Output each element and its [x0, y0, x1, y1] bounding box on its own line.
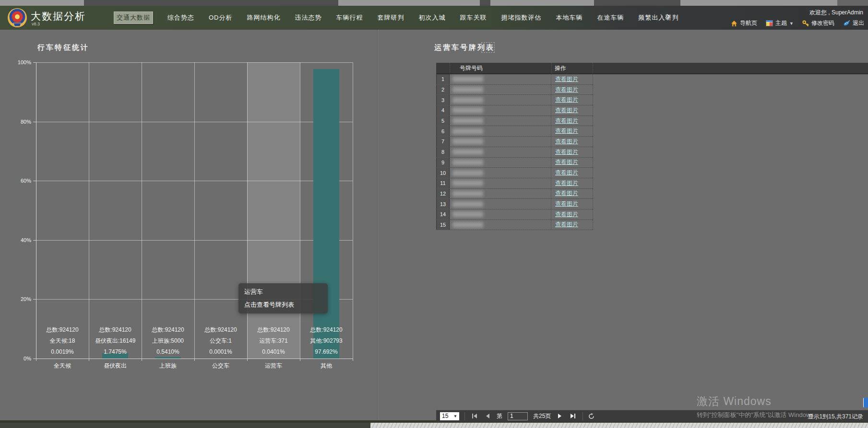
chart-panel-title: 行车特征统计	[37, 43, 89, 52]
table-row: 13查看图片	[436, 199, 593, 209]
view-image-link[interactable]: 查看图片	[555, 86, 578, 94]
view-image-link[interactable]: 查看图片	[555, 117, 578, 125]
plate-cell	[450, 95, 551, 105]
quick-link-home[interactable]: 导航页	[731, 19, 757, 27]
value-label: 总数:924120	[300, 324, 353, 335]
value-label: 总数:924120	[142, 324, 194, 335]
value-label: 昼伏夜出:16149	[89, 335, 142, 347]
gridline	[194, 62, 195, 359]
value-label: 0.0401%	[247, 347, 300, 358]
nav-item-5[interactable]: 违法态势	[295, 13, 322, 22]
x-axis-category-label: 运营车	[247, 362, 300, 370]
plate-cell	[450, 158, 551, 168]
redacted-plate	[452, 139, 483, 144]
quick-link-key[interactable]: 修改密码	[802, 19, 834, 27]
x-axis-category-label: 上班族	[142, 362, 194, 370]
last-page-button[interactable]	[569, 414, 577, 418]
table-row: 4查看图片	[436, 105, 593, 116]
browser-artifact-strip	[0, 0, 868, 6]
footer-left-strip	[0, 423, 370, 428]
refresh-button[interactable]	[588, 413, 595, 419]
x-tick	[142, 359, 142, 361]
nav-item-4[interactable]: 路网结构化	[247, 13, 281, 22]
nav-item-9[interactable]: 跟车关联	[460, 13, 487, 22]
page-size-value: 15	[442, 413, 448, 419]
redacted-plate	[452, 76, 483, 82]
tooltip-text: 点击查看号牌列表	[244, 301, 322, 309]
browser-notification-icon[interactable]	[863, 398, 868, 407]
view-image-link[interactable]: 查看图片	[555, 148, 578, 156]
x-tick	[353, 359, 353, 361]
next-page-button[interactable]	[556, 414, 563, 418]
view-image-link[interactable]: 查看图片	[555, 210, 578, 219]
x-axis-category-label: 公交车	[194, 362, 247, 370]
plate-cell	[450, 189, 551, 199]
plate-table-body: 1查看图片2查看图片3查看图片4查看图片5查看图片6查看图片7查看图片8查看图片…	[436, 74, 593, 230]
row-index: 2	[436, 85, 450, 95]
redacted-plate	[452, 191, 483, 197]
value-label: 运营车:371	[247, 335, 300, 347]
view-image-link[interactable]: 查看图片	[555, 106, 578, 115]
footer-right-strip	[370, 423, 868, 428]
prev-page-button[interactable]	[484, 414, 491, 418]
row-index: 5	[436, 116, 450, 126]
table-row: 8查看图片	[436, 147, 593, 158]
nav-item-7[interactable]: 套牌研判	[378, 13, 404, 22]
quick-link-theme[interactable]: 主题▼	[766, 19, 794, 27]
nav-item-11[interactable]: 本地车辆	[556, 13, 583, 22]
nav-more-chevron-icon[interactable]: ›	[666, 10, 670, 22]
view-image-link[interactable]: 查看图片	[555, 127, 578, 135]
refresh-icon	[588, 413, 595, 419]
action-cell: 查看图片	[551, 85, 593, 95]
redacted-plate	[452, 160, 483, 165]
last-page-icon	[571, 414, 574, 418]
view-image-link[interactable]: 查看图片	[555, 220, 578, 229]
view-image-link[interactable]: 查看图片	[555, 189, 578, 197]
value-label: 0.0001%	[194, 347, 247, 358]
main-nav: 交通大数据综合势态OD分析路网结构化违法态势车辆行程套牌研判初次入城跟车关联拥堵…	[114, 6, 679, 30]
view-image-link[interactable]: 查看图片	[555, 75, 578, 83]
action-cell: 查看图片	[551, 116, 593, 126]
nav-item-3[interactable]: OD分析	[209, 13, 233, 22]
nav-item-1[interactable]: 交通大数据	[114, 12, 153, 24]
plate-cell	[450, 116, 551, 126]
table-row: 9查看图片	[436, 158, 593, 168]
gridline	[36, 62, 36, 359]
x-axis-category-label: 昼伏夜出	[89, 362, 142, 370]
caret-down-icon: ▼	[453, 414, 457, 418]
tooltip-title: 运营车	[244, 288, 322, 296]
view-image-link[interactable]: 查看图片	[555, 96, 578, 104]
value-label: 公交车:1	[194, 335, 247, 347]
value-label: 总数:924120	[89, 324, 142, 335]
nav-item-8[interactable]: 初次入城	[419, 13, 446, 22]
divider	[464, 412, 465, 420]
first-page-button[interactable]	[470, 414, 479, 418]
row-index: 9	[436, 158, 450, 168]
view-image-link[interactable]: 查看图片	[555, 179, 578, 187]
quick-link-label: 修改密码	[811, 19, 834, 27]
nav-item-12[interactable]: 在途车辆	[597, 13, 624, 22]
y-axis-label: 0%	[2, 356, 31, 361]
nav-item-2[interactable]: 综合势态	[167, 13, 194, 22]
nav-item-10[interactable]: 拥堵指数评估	[501, 13, 542, 22]
page-number-input[interactable]	[508, 412, 528, 420]
view-image-link[interactable]: 查看图片	[555, 169, 578, 177]
view-image-link[interactable]: 查看图片	[555, 200, 578, 208]
quick-link-plug[interactable]: 退出	[843, 19, 864, 27]
view-image-link[interactable]: 查看图片	[555, 158, 578, 166]
value-label: 0.5410%	[142, 347, 194, 358]
row-index: 6	[436, 126, 450, 136]
redacted-plate	[452, 170, 483, 176]
row-index: 11	[436, 178, 450, 188]
quick-links: 导航页主题▼修改密码退出	[731, 19, 864, 27]
bar-value-labels-公交车: 总数:924120公交车:10.0001%	[194, 324, 247, 358]
app-title: 大数据分析	[31, 10, 86, 23]
bar-其他[interactable]	[313, 69, 339, 359]
action-cell: 查看图片	[551, 74, 593, 84]
nav-item-13[interactable]: 频繁出入研判	[639, 13, 679, 22]
table-row: 14查看图片	[436, 209, 593, 220]
view-image-link[interactable]: 查看图片	[555, 138, 578, 146]
nav-item-6[interactable]: 车辆行程	[336, 13, 363, 22]
page-size-select[interactable]: 15 ▼	[440, 412, 459, 420]
action-cell: 查看图片	[551, 209, 593, 220]
